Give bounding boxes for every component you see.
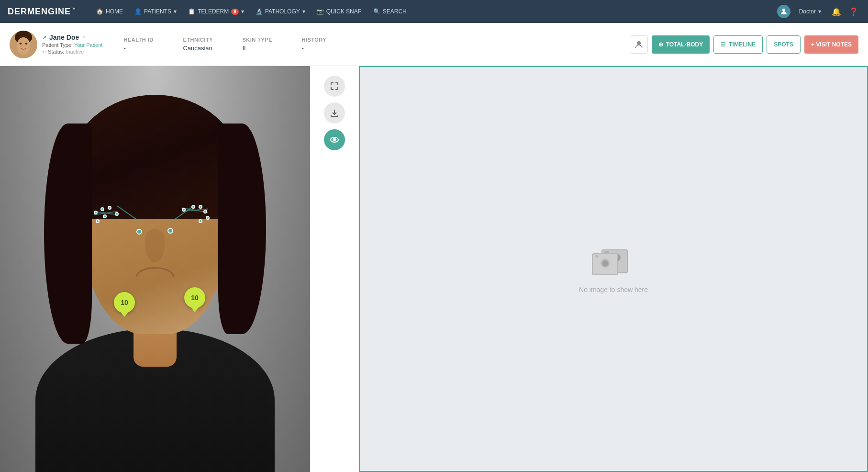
tracking-dot-r3: [199, 205, 202, 209]
skin-type-value: II: [242, 45, 290, 52]
patient-profile-button[interactable]: [630, 35, 648, 54]
user-avatar[interactable]: [777, 5, 790, 18]
brand-name-bold: ENGINE: [35, 7, 71, 16]
svg-point-5: [25, 43, 28, 45]
navbar: DERMENGINE™ 🏠 HOME 👤 PATIENTS ▾ 📋 TELEDE…: [0, 0, 868, 23]
tracking-dot-r5: [206, 216, 210, 220]
patient-header: ↗ Jane Doe ♀ Patient Type: Your Patient …: [0, 23, 868, 66]
no-image-icon: [592, 245, 635, 278]
history-label: History: [301, 37, 349, 43]
chevron-down-icon-pathology: ▾: [302, 8, 305, 15]
patient-status-row: ↩ Status: Inactive: [42, 49, 102, 55]
tracking-dot-3: [108, 206, 111, 210]
spots-button[interactable]: SPOTS: [767, 35, 801, 54]
home-icon: 🏠: [96, 8, 103, 15]
nose-bridge-dot-2: [167, 228, 173, 234]
nav-telederm[interactable]: 📋 TELEDERM 8 ▾: [183, 5, 249, 18]
nav-patients[interactable]: 👤 PATIENTS ▾: [130, 5, 181, 18]
download-button[interactable]: [324, 102, 345, 124]
search-icon: 🔍: [373, 8, 380, 15]
svg-point-6: [637, 41, 641, 45]
health-id-label: Health ID: [123, 37, 171, 43]
visit-notes-button[interactable]: + VISIT NOTES: [804, 35, 858, 54]
patient-type-value: Your Patient: [74, 42, 103, 48]
arrow-icon: ↩: [42, 49, 46, 55]
tracking-dot-r4: [203, 210, 207, 214]
no-image-text: No image to show here: [579, 286, 648, 293]
tracking-dot-4: [103, 214, 107, 218]
patient-full-name: Jane Doe: [49, 34, 79, 41]
chevron-down-icon: ▾: [174, 8, 177, 15]
patient-avatar: [10, 31, 37, 58]
tracking-dot-6: [115, 212, 119, 216]
image-panel: 10 10: [0, 66, 359, 472]
svg-point-3: [17, 37, 30, 55]
history-field: History -: [301, 37, 349, 52]
camera-icon: 📷: [317, 8, 324, 15]
tracking-dot-2: [100, 207, 104, 211]
body-icon: ⊕: [658, 41, 663, 48]
patient-avatar-area: ↗ Jane Doe ♀ Patient Type: Your Patient …: [10, 31, 102, 58]
svg-point-0: [782, 9, 785, 11]
nav-search[interactable]: 🔍 SEARCH: [368, 5, 412, 18]
spot-marker-left[interactable]: 10: [114, 292, 135, 313]
patient-actions: ⊕ TOTAL-BODY ☰ TIMELINE SPOTS + VISIT NO…: [630, 35, 858, 54]
telederm-icon: 📋: [188, 8, 195, 15]
nav-pathology[interactable]: 🔬 PATHOLOGY ▾: [251, 5, 310, 18]
image-sidebar: [310, 66, 359, 472]
telederm-badge: 8: [231, 9, 239, 15]
tracking-dot-r6: [199, 219, 202, 223]
notification-icon[interactable]: 🔔: [830, 5, 843, 18]
tracking-dot-r1: [182, 208, 186, 212]
patient-name-row: ↗ Jane Doe ♀: [42, 34, 102, 41]
svg-point-8: [334, 139, 336, 141]
tracking-dot-r2: [191, 205, 195, 209]
timeline-button[interactable]: ☰ TIMELINE: [713, 35, 763, 54]
brand-logo[interactable]: DERMENGINE™: [8, 7, 76, 17]
nav-right: Doctor ▾ 🔔 ❓: [777, 5, 860, 18]
visibility-button[interactable]: [324, 129, 345, 150]
ethnicity-value: Caucasian: [183, 45, 231, 52]
nav-home[interactable]: 🏠 HOME: [91, 5, 128, 18]
help-icon[interactable]: ❓: [847, 5, 860, 18]
pathology-icon: 🔬: [256, 8, 263, 15]
main-content: 10 10: [0, 66, 868, 472]
nav-quick-snap[interactable]: 📷 QUICK SNAP: [312, 5, 367, 18]
tracking-dot-1: [94, 211, 98, 214]
ethnicity-label: Ethnicity: [183, 37, 231, 43]
gender-icon: ♀: [82, 34, 86, 41]
status-value: Inactive: [66, 49, 84, 55]
right-panel: No image to show here: [359, 66, 868, 472]
brand-name-light: DERM: [8, 7, 35, 16]
total-body-button[interactable]: ⊕ TOTAL-BODY: [652, 35, 710, 54]
ethnicity-field: Ethnicity Caucasian: [183, 37, 231, 52]
nose-bridge-dot: [136, 229, 142, 235]
spot-marker-right[interactable]: 10: [184, 287, 205, 308]
patient-info: ↗ Jane Doe ♀ Patient Type: Your Patient …: [42, 34, 102, 55]
share-icon: ↗: [42, 34, 46, 41]
health-id-value: -: [123, 45, 171, 52]
skin-type-label: Skin Type: [242, 37, 290, 43]
timeline-icon: ☰: [721, 41, 726, 48]
tracking-dot-5: [96, 219, 100, 223]
chevron-down-icon-telederm: ▾: [241, 8, 244, 15]
fullscreen-button[interactable]: [324, 76, 345, 97]
nav-items: 🏠 HOME 👤 PATIENTS ▾ 📋 TELEDERM 8 ▾ 🔬 PAT…: [91, 5, 777, 18]
patients-icon: 👤: [134, 8, 142, 15]
brand-trademark: ™: [71, 7, 76, 12]
history-value: -: [301, 45, 349, 52]
chevron-down-icon-user: ▾: [818, 8, 821, 15]
svg-point-4: [20, 43, 22, 45]
user-menu[interactable]: Doctor ▾: [794, 5, 826, 18]
health-id-field: Health ID -: [123, 37, 171, 52]
skin-type-field: Skin Type II: [242, 37, 290, 52]
patient-type-row: Patient Type: Your Patient: [42, 42, 102, 48]
